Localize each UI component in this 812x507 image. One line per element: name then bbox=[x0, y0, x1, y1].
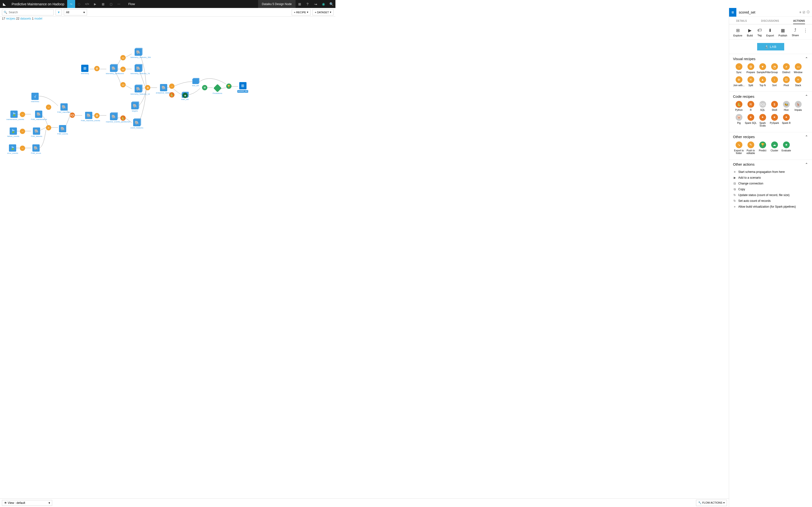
node-machines[interactable]: √machines bbox=[31, 93, 39, 103]
profile-icon[interactable]: ◉ bbox=[319, 2, 327, 6]
add-dataset-button[interactable]: + DATASET▾ bbox=[312, 9, 334, 15]
search-input[interactable] bbox=[9, 11, 53, 14]
node-mach-ev-part[interactable]: 🐘machine_events_partitioned bbox=[106, 113, 121, 123]
recipe-prepare-2[interactable]: ⚙ bbox=[94, 113, 100, 118]
recipe-stack[interactable]: ≡ bbox=[46, 125, 51, 130]
recipe-split-1[interactable]: → bbox=[169, 83, 174, 89]
recipe-model[interactable]: ◈ bbox=[183, 93, 188, 98]
node-tel-7d[interactable]: 🐘telemetry_features_7d bbox=[131, 65, 146, 75]
node-pdm-events[interactable]: 🐘PdM_events bbox=[57, 125, 68, 135]
flow-label: Flow bbox=[128, 2, 135, 6]
flow-edges bbox=[0, 16, 336, 210]
code-button[interactable]: </> bbox=[83, 0, 91, 8]
node-pdm-fail[interactable]: 🐘PdM_failures bbox=[31, 127, 42, 137]
recipes-button[interactable]: ◌ bbox=[75, 0, 83, 8]
flow-canvas[interactable]: ⊞telemetry √machines 🍃maintenance_events… bbox=[0, 16, 336, 210]
project-name[interactable]: Predictive Maintenance on Hadoop bbox=[9, 2, 67, 6]
recipe-sql[interactable]: SQL bbox=[69, 113, 75, 118]
node-pdm-machines[interactable]: 🐘PdM_machines bbox=[57, 103, 70, 113]
more-button[interactable]: ⋯ bbox=[115, 0, 123, 8]
search-box[interactable]: 🔍 bbox=[2, 9, 54, 15]
run-button[interactable]: ▶ bbox=[91, 0, 99, 8]
recipe-sync-2[interactable]: → bbox=[20, 129, 25, 134]
recipe-sync-4[interactable]: → bbox=[46, 105, 51, 110]
node-pdm-maint[interactable]: 🐘PdM_maintenance bbox=[31, 111, 46, 121]
dataiku-logo[interactable]: ◣ bbox=[0, 2, 9, 6]
filter-button[interactable]: ▼ bbox=[56, 9, 62, 15]
recipe-window-2[interactable]: ▭ bbox=[120, 67, 126, 72]
recipe-join[interactable]: ⊕ bbox=[145, 85, 150, 90]
node-failure[interactable]: 🍃failure_events bbox=[7, 127, 19, 137]
node-mach-ev[interactable]: 🐘PdM_machine_events bbox=[81, 112, 96, 122]
help-icon[interactable]: ? bbox=[304, 2, 311, 6]
recipe-score[interactable]: 🏆 bbox=[226, 83, 232, 89]
apps-icon[interactable]: ⊞ bbox=[296, 2, 304, 6]
node-error[interactable]: 🍃error_events bbox=[7, 145, 18, 155]
chevron-down-icon: ▾ bbox=[330, 11, 331, 14]
recipe-train[interactable]: ⚒ bbox=[202, 85, 207, 90]
node-telemetry[interactable]: ⊞telemetry bbox=[81, 65, 89, 75]
recipe-prepare-1[interactable]: ⚙ bbox=[94, 66, 100, 71]
recipe-sync-3[interactable]: → bbox=[20, 146, 25, 151]
recipe-split-2[interactable]: 🐍 bbox=[169, 92, 174, 98]
node-pdm-err[interactable]: 🐘PdM_errors bbox=[31, 145, 41, 155]
node-tel-part[interactable]: 🐘telemetry_partitioned bbox=[106, 65, 121, 75]
node-ev-feat[interactable]: 🐘event_features bbox=[131, 119, 143, 129]
add-recipe-button[interactable]: + RECIPE▾ bbox=[292, 9, 311, 15]
sub-bar: 🔍 ▼ All▾ + RECIPE▾ + DATASET▾ bbox=[0, 8, 336, 17]
chevron-down-icon: ▾ bbox=[307, 11, 308, 14]
chevron-down-icon: ▾ bbox=[83, 11, 85, 14]
node-scored[interactable]: ⊞scored_set bbox=[237, 82, 248, 93]
box-button[interactable]: ▢ bbox=[107, 0, 115, 8]
flow-view-button[interactable]: ⤳ bbox=[67, 0, 75, 8]
dashboard-button[interactable]: ▦ bbox=[99, 0, 107, 8]
node-predictions[interactable]: Predictions bbox=[213, 85, 222, 95]
search-icon[interactable]: 🔍 bbox=[327, 2, 336, 6]
node-test[interactable]: test_set bbox=[192, 79, 199, 87]
recipe-window-3[interactable]: ▭ bbox=[120, 82, 126, 88]
node-tel-30d[interactable]: 🐘telemetry_features_30d bbox=[131, 49, 146, 59]
recipe-window-1[interactable]: ▭ bbox=[120, 55, 126, 60]
node-tel-1d[interactable]: 🐘telemetry_features_1d bbox=[131, 85, 146, 95]
node-targets[interactable]: 🐘targets bbox=[131, 102, 139, 112]
top-bar: ◣ Predictive Maintenance on Hadoop ⤳ ◌ <… bbox=[0, 0, 336, 8]
activity-icon[interactable]: ↝ bbox=[311, 2, 319, 6]
filter-dropdown[interactable]: All▾ bbox=[64, 9, 87, 15]
recipe-sync-1[interactable]: → bbox=[20, 112, 25, 117]
recipe-python-1[interactable]: 🐍 bbox=[120, 115, 126, 121]
node-maintenance[interactable]: 🍃maintenance_events bbox=[6, 111, 22, 121]
node-label[interactable]: Dataiku 5 Design Node bbox=[258, 0, 296, 8]
search-icon: 🔍 bbox=[2, 11, 9, 14]
